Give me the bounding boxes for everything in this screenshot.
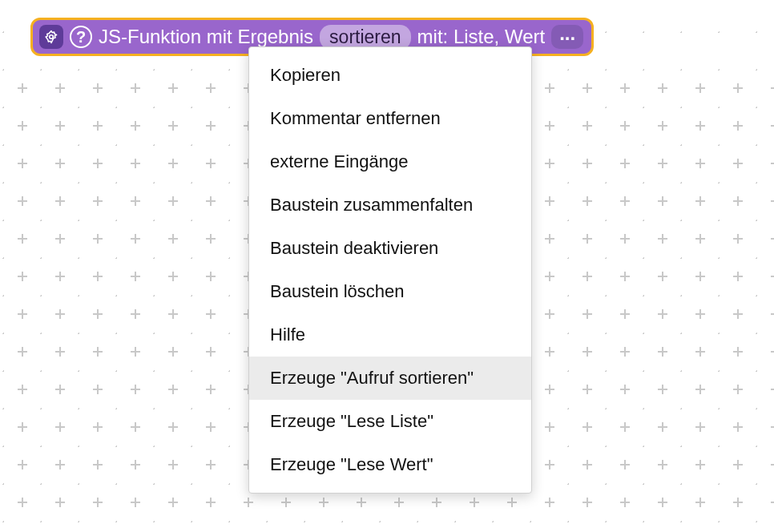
context-menu-item[interactable]: Baustein löschen bbox=[249, 270, 531, 313]
workspace-canvas[interactable]: ? JS-Funktion mit Ergebnis sortieren mit… bbox=[0, 0, 774, 532]
block-label-prefix: JS-Funktion mit Ergebnis bbox=[99, 26, 313, 48]
help-icon[interactable]: ? bbox=[70, 26, 92, 48]
context-menu-item[interactable]: Baustein deaktivieren bbox=[249, 227, 531, 270]
function-name-field[interactable]: sortieren bbox=[320, 25, 410, 50]
context-menu-item[interactable]: Baustein zusammenfalten bbox=[249, 183, 531, 227]
context-menu: KopierenKommentar entfernenexterne Eingä… bbox=[248, 46, 532, 494]
more-icon[interactable]: ... bbox=[551, 25, 583, 49]
svg-point-0 bbox=[50, 35, 54, 39]
context-menu-item[interactable]: externe Eingänge bbox=[249, 140, 531, 183]
context-menu-item[interactable]: Erzeuge "Aufruf sortieren" bbox=[249, 357, 531, 400]
context-menu-item[interactable]: Hilfe bbox=[249, 313, 531, 357]
context-menu-item[interactable]: Kopieren bbox=[249, 54, 531, 97]
context-menu-item[interactable]: Erzeuge "Lese Wert" bbox=[249, 443, 531, 486]
block-label-params: mit: Liste, Wert bbox=[417, 26, 546, 48]
gear-icon[interactable] bbox=[39, 25, 63, 49]
context-menu-item[interactable]: Kommentar entfernen bbox=[249, 97, 531, 140]
context-menu-item[interactable]: Erzeuge "Lese Liste" bbox=[249, 400, 531, 443]
